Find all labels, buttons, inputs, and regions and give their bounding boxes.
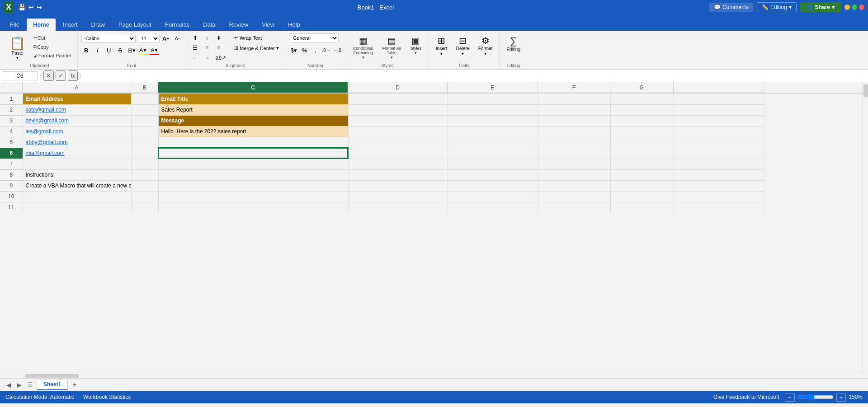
cell-D1[interactable] [348, 94, 448, 104]
cell-A6[interactable]: mia@gmail.com [23, 148, 131, 159]
cell-extra-10[interactable] [674, 191, 764, 202]
cancel-formula-button[interactable]: ✕ [43, 70, 54, 81]
cell-D6[interactable] [348, 148, 448, 159]
cell-G7[interactable] [610, 159, 674, 169]
cell-G11[interactable] [610, 202, 674, 213]
row-header-1[interactable]: 1 [0, 94, 23, 104]
confirm-formula-button[interactable]: ✓ [56, 70, 66, 81]
col-header-more[interactable] [674, 82, 764, 93]
cell-B7[interactable] [131, 159, 158, 169]
cell-B2[interactable] [131, 104, 158, 115]
cell-B4[interactable] [131, 126, 158, 137]
cell-F3[interactable] [538, 115, 610, 126]
cell-A1[interactable]: Email Address [23, 94, 131, 104]
cell-B9[interactable] [131, 180, 158, 191]
cell-C6[interactable] [158, 148, 348, 159]
cell-E1[interactable] [448, 94, 538, 104]
col-header-B[interactable]: B [131, 82, 158, 93]
cell-F10[interactable] [538, 191, 610, 202]
cell-E8[interactable] [448, 169, 538, 180]
indent-increase-button[interactable]: → [202, 53, 212, 62]
sheet-nav-prev[interactable]: ◀ [5, 380, 13, 389]
paste-button[interactable]: 📋 Paste ▾ [5, 33, 29, 62]
cell-G2[interactable] [610, 104, 674, 115]
cell-extra-8[interactable] [674, 169, 764, 180]
cell-F9[interactable] [538, 180, 610, 191]
tab-page-layout[interactable]: Page Layout [112, 19, 158, 31]
share-button[interactable]: 👤 Share ▾ [800, 2, 841, 12]
editing-button[interactable]: ∑ Editing [503, 33, 524, 54]
cell-extra-6[interactable] [674, 148, 764, 159]
insert-cells-button[interactable]: ⊞ Insert ▾ [433, 33, 450, 58]
strikethrough-button[interactable]: S [115, 45, 125, 55]
align-center-button[interactable]: ≡ [202, 43, 212, 52]
cell-extra-3[interactable] [674, 115, 764, 126]
quick-access-redo[interactable]: ↪ [37, 4, 42, 11]
col-header-A[interactable]: A [23, 82, 131, 93]
delete-cells-button[interactable]: ⊟ Delete ▾ [453, 33, 472, 58]
tab-insert[interactable]: Insert [57, 19, 84, 31]
comma-button[interactable]: , [311, 45, 321, 55]
cell-F8[interactable] [538, 169, 610, 180]
cell-E11[interactable] [448, 202, 538, 213]
cell-A2[interactable]: kate@gmail.com [23, 104, 131, 115]
italic-button[interactable]: I [93, 45, 103, 55]
format-painter-button[interactable]: 🖌 Format Painter [31, 51, 74, 60]
underline-button[interactable]: U [104, 45, 114, 55]
number-format-select[interactable]: General [289, 33, 339, 42]
cell-extra-7[interactable] [674, 159, 764, 169]
row-header-10[interactable]: 10 [0, 191, 23, 202]
cell-G8[interactable] [610, 169, 674, 180]
cell-C4[interactable]: Hello. Here is the 2022 sales report. [158, 126, 348, 137]
cell-E10[interactable] [448, 191, 538, 202]
cell-C2[interactable]: Sales Report [158, 104, 348, 115]
cell-A8[interactable]: Instructions: [23, 169, 131, 180]
cell-G6[interactable] [610, 148, 674, 159]
indent-decrease-button[interactable]: ← [190, 53, 201, 62]
col-header-G[interactable]: G [610, 82, 674, 93]
zoom-slider[interactable] [797, 393, 834, 401]
orientation-button[interactable]: ab↗ [213, 53, 228, 62]
cell-D3[interactable] [348, 115, 448, 126]
insert-function-button[interactable]: fx [68, 70, 78, 81]
cell-E7[interactable] [448, 159, 538, 169]
close-button[interactable] [859, 5, 864, 10]
cell-extra-11[interactable] [674, 202, 764, 213]
cell-B10[interactable] [131, 191, 158, 202]
cell-A7[interactable] [23, 159, 131, 169]
cell-G5[interactable] [610, 137, 674, 148]
cell-F2[interactable] [538, 104, 610, 115]
corner-cell[interactable] [0, 82, 23, 93]
cell-extra-9[interactable] [674, 180, 764, 191]
maximize-button[interactable] [852, 5, 857, 10]
cell-E6[interactable] [448, 148, 538, 159]
cell-E4[interactable] [448, 126, 538, 137]
cell-C8[interactable] [158, 169, 348, 180]
cell-D10[interactable] [348, 191, 448, 202]
align-middle-button[interactable]: ↕ [202, 33, 212, 42]
scrollbar-thumb[interactable] [863, 84, 868, 98]
cell-G10[interactable] [610, 191, 674, 202]
tab-view[interactable]: View [255, 19, 281, 31]
decimal-decrease-button[interactable]: ←.0 [332, 45, 342, 55]
cell-C10[interactable] [158, 191, 348, 202]
col-header-E[interactable]: E [448, 82, 538, 93]
cell-extra-4[interactable] [674, 126, 764, 137]
cell-E5[interactable] [448, 137, 538, 148]
cell-B3[interactable] [131, 115, 158, 126]
col-header-F[interactable]: F [538, 82, 610, 93]
bold-button[interactable]: B [81, 45, 91, 55]
cell-E2[interactable] [448, 104, 538, 115]
align-bottom-button[interactable]: ⬇ [213, 33, 224, 42]
grid-wrapper[interactable]: A B C D E F G [0, 82, 863, 373]
cell-D7[interactable] [348, 159, 448, 169]
cell-C11[interactable] [158, 202, 348, 213]
cell-A5[interactable]: abby@gmail.com [23, 137, 131, 148]
cell-extra-5[interactable] [674, 137, 764, 148]
quick-access-save[interactable]: 💾 [18, 4, 26, 11]
cell-G1[interactable] [610, 94, 674, 104]
format-as-table-button[interactable]: ▤ Format As Table ▾ [379, 33, 404, 61]
sheet-nav-next[interactable]: ▶ [15, 380, 24, 389]
vertical-scrollbar[interactable] [863, 82, 868, 373]
minimize-button[interactable] [844, 5, 850, 10]
